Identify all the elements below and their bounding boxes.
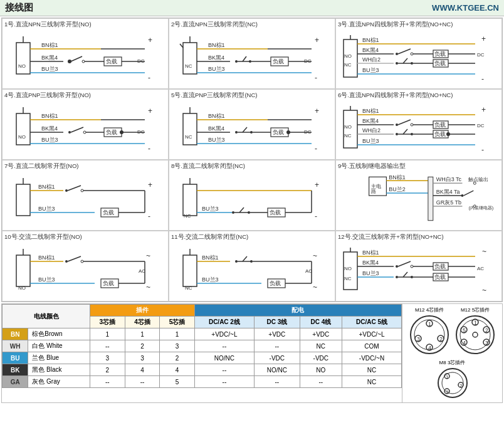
connector-val: -- [90,340,125,352]
svg-text:DC: DC [137,58,145,64]
svg-text:DC: DC [477,52,485,58]
svg-text:BK黑4: BK黑4 [41,55,58,61]
svg-point-107 [250,131,253,134]
svg-line-126 [398,120,411,125]
diagram-5-title: 5号.直流PNP三线制常闭型(NC) [171,92,333,100]
svg-text:BN棕1: BN棕1 [389,174,405,181]
svg-text:BU兰2: BU兰2 [389,186,405,192]
svg-text:~: ~ [146,283,150,291]
svg-point-53 [411,53,413,55]
svg-text:BN棕1: BN棕1 [202,254,219,261]
diagram-6-svg: + - BN棕1 BK黑4 负载 WH白2 [338,101,500,156]
svg-line-63 [403,58,407,63]
diagram-10: 10号.交流二线制常开型(NO) ~ ~ BN棕1 BU兰3 负载 [2,231,169,302]
m12-5-label: M12 5芯插件 [455,307,496,313]
svg-point-154 [65,189,68,192]
th-c3: 3芯插 [90,317,125,328]
diagram-3-title: 3号.直流NPN四线制常开+常闭型(NO+NC) [338,21,500,29]
diagram-11: 11号.交流二线制常闭型(NC) ~ ~ BN棕1 BU兰3 负载 [169,231,335,302]
diagram-2-svg: + - BN棕1 BK黑4 负载 BU兰3 NC DC [171,30,333,85]
power-val: +VDC/~L [194,328,254,340]
wire-code: BN [3,328,28,340]
connector-val: -- [90,376,125,388]
svg-text:4: 4 [463,340,466,346]
diagram-7-title: 7号.直流二线制常开型(NO) [4,162,166,171]
svg-text:~: ~ [313,251,317,260]
svg-text:BK黑4: BK黑4 [362,260,379,266]
svg-point-90 [120,130,123,134]
svg-text:-: - [315,144,317,153]
connector-val: 1 [160,328,195,340]
diagram-2: 2号.直流NPN三线制常闭型(NC) + - BN棕1 BK黑4 [169,18,335,89]
svg-text:-: - [148,212,150,221]
svg-text:~: ~ [146,251,150,260]
diagram-4: 4号.直流PNP三线制常开型(NO) + - BN棕1 BK黑4 负载 [2,89,169,160]
svg-text:NO: NO [18,285,26,291]
svg-text:BN棕1: BN棕1 [362,108,379,114]
diagram-6: 6号.直流NPN四线制常开+常闭型(NO+NC) + - BN棕1 BK黑4 负… [335,89,502,160]
power-val: -- [254,340,300,352]
power-val: -- [194,376,254,388]
diagram-4-svg: + - BN棕1 BK黑4 负载 BU兰3 NO DC [4,101,166,156]
diagram-1: 1号.直流NPN三线制常开型(NO) + - BN棕1 BK黑4 [2,18,169,89]
svg-text:负载: 负载 [434,274,446,280]
svg-text:负载: 负载 [106,129,117,135]
svg-point-288 [473,332,478,337]
svg-rect-201 [16,255,30,286]
wire-code: WH [3,340,28,352]
svg-text:~: ~ [482,247,486,256]
wire-code: GA [3,376,28,388]
svg-line-10 [71,56,82,61]
svg-text:-: - [481,75,484,83]
svg-text:BN棕1: BN棕1 [38,254,55,261]
svg-text:NO: NO [344,124,352,130]
svg-text:+: + [315,36,319,45]
header: 接线图 WWW.KTGEE.CN [0,0,504,16]
svg-text:WH白2: WH白2 [362,56,381,63]
m8-3-connector: M8 3芯插件 1 2 3 [437,359,468,400]
svg-rect-74 [16,113,30,145]
svg-text:DC: DC [137,129,145,135]
svg-text:+: + [481,34,486,43]
connectors-row: M12 4芯插件 1 2 3 [409,307,496,357]
svg-text:1: 1 [446,374,449,380]
svg-text:~: ~ [482,286,486,295]
svg-text:2: 2 [459,383,463,389]
diagram-8: 8号.直流二线制常闭型(NC) + - BU兰3 负载 NC [169,160,335,231]
diagram-6-title: 6号.直流NPN四线制常开+常闭型(NO+NC) [338,92,500,100]
svg-line-208 [68,256,81,261]
diagram-3-svg: + - BN棕1 BK黑4 负载 WH白2 [338,30,500,85]
power-val: NO [300,364,342,376]
diagram-8-svg: + - BU兰3 负载 NC [171,172,333,227]
svg-point-61 [396,62,398,65]
svg-text:BU兰3: BU兰3 [202,206,219,212]
svg-text:路: 路 [371,189,376,194]
svg-point-137 [411,133,413,135]
connector-val: 2 [160,352,195,364]
power-val: -VDC/~N [342,352,401,364]
svg-text:+: + [315,181,319,189]
svg-text:WH白2: WH白2 [362,127,381,134]
svg-text:5: 5 [463,327,466,333]
wire-code: BU [3,352,28,364]
svg-text:负载: 负载 [434,131,446,137]
svg-line-52 [398,49,411,54]
diagram-12: 12号.交流三线制常开+常闭型(NO+NC) ~ ~ BN棕1 BK黑4 负载 [335,231,502,302]
connector-val: 3 [125,352,160,364]
svg-point-169 [232,211,234,214]
svg-text:1: 1 [474,320,477,326]
svg-line-247 [398,261,411,266]
svg-rect-95 [183,113,197,145]
svg-point-228 [250,260,253,263]
svg-point-125 [396,123,398,126]
power-val: -- [194,364,254,376]
svg-text:BK黑4: BK黑4 [362,118,379,124]
svg-point-172 [248,211,250,214]
power-val: NC [300,340,342,352]
connector-val: 3 [160,340,195,352]
svg-text:BU兰3: BU兰3 [208,137,225,143]
svg-text:负载: 负载 [273,129,284,135]
th-power: 配电 [194,305,401,317]
svg-point-31 [235,60,238,63]
svg-text:(内装继电器): (内装继电器) [468,205,493,211]
